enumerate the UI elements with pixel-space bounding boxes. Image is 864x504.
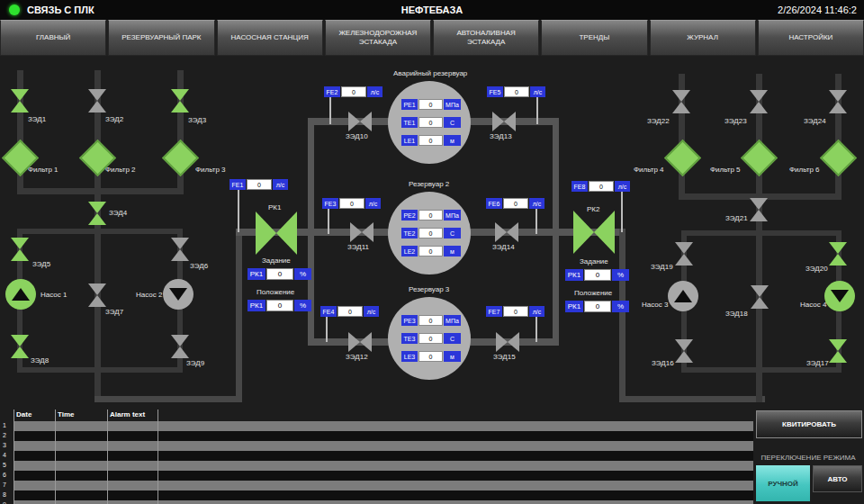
valve-triangle [348,332,360,352]
manual-mode-button[interactable]: РУЧНОЙ [756,465,810,501]
valve-label: ЗЭД17 [806,359,829,367]
valve-zed2[interactable] [88,89,106,112]
valve-label: ЗЭД15 [493,353,516,361]
alarm-row[interactable] [14,461,753,471]
valve-zed13[interactable] [492,112,516,131]
alarm-row[interactable] [14,500,753,504]
tank3-readout-te3-value: 0 [418,333,443,344]
valve-label: ЗЭД24 [804,117,826,125]
tab-5[interactable]: АВТОНАЛИВНАЯ ЭСТАКАДА [433,20,539,56]
filter-diamond-icon [819,139,856,176]
pump-2[interactable] [163,279,194,310]
control-valve-rk2[interactable] [573,211,615,254]
rk2-setpoint-unit: % [612,269,629,281]
alarm-row[interactable] [14,490,753,500]
filter-3[interactable] [163,140,197,175]
valve-zed18[interactable] [751,285,769,309]
control-valve-rk1[interactable] [256,212,297,255]
valve-zed5[interactable] [11,238,29,261]
valve-zed9[interactable] [171,335,189,358]
alarm-column-separator [158,410,158,504]
flow-readout-fe3-tag: FE3 [322,198,338,209]
setpoint-label: Задание [262,256,291,265]
valve-triangle [11,249,29,261]
valve-zed14[interactable] [495,222,518,242]
tank2-readout-le2: LE20м [401,246,461,256]
valve-zed23[interactable] [750,90,768,113]
valve-zed20[interactable] [829,242,847,266]
valve-triangle [360,112,372,131]
valve-triangle [348,112,360,131]
tab-7[interactable]: ЖУРНАЛ [650,20,756,56]
tab-3[interactable]: НАСОСНАЯ СТАНЦИЯ [217,20,323,56]
pump-1[interactable] [5,279,36,310]
page-title: НЕФТЕБАЗА [0,4,864,15]
valve-triangle [508,332,519,352]
valve-zed12[interactable] [348,332,372,352]
valve-zed10[interactable] [348,112,372,131]
tab-4[interactable]: ЖЕЛЕЗНОДОРОЖНАЯ ЭСТАКАДА [325,20,431,56]
tab-2[interactable]: РЕЗЕРВУАРНЫЙ ПАРК [108,20,214,56]
valve-label: ЗЭД4 [109,209,127,217]
rk2-position: РК10% [565,301,629,312]
pump-4[interactable] [824,281,855,311]
tank3-readout-le3-value: 0 [418,351,443,362]
pump-direction-icon [831,290,849,302]
alarm-row[interactable] [14,481,753,490]
filter-diamond-icon [740,139,777,176]
valve-label: ЗЭД20 [806,265,828,273]
valve-zed24[interactable] [829,90,847,113]
tab-6[interactable]: ТРЕНДЫ [541,20,647,56]
setpoint-label: Задание [580,257,608,266]
valve-triangle [88,284,106,295]
alarm-row[interactable] [14,421,753,431]
tab-8[interactable]: НАСТРОЙКИ [758,20,864,56]
pipe [17,367,183,373]
alarm-column-header: Time [58,410,75,418]
valve-triangle [88,101,106,112]
valve-zed1[interactable] [11,89,29,112]
flow-readout-fe3-unit: л/с [365,198,381,209]
valve-zed6[interactable] [171,238,189,261]
filter-4[interactable] [665,140,699,175]
valve-triangle [360,332,372,352]
alarm-row[interactable] [14,431,753,441]
valve-label: ЗЭД12 [346,353,368,361]
tab-1[interactable]: ГЛАВНЫЙ [0,20,106,56]
valve-zed21[interactable] [750,198,768,221]
valve-triangle [171,335,189,346]
acknowledge-button[interactable]: КВИТИРОВАТЬ [756,410,862,438]
flow-readout-fe5-unit: л/с [530,86,545,97]
rk2-setpoint-value[interactable]: 0 [584,269,611,281]
flow-readout-fe3: FE30л/с [322,198,381,209]
pump-3[interactable] [668,281,698,311]
alarm-column-header: Alarm text [110,410,145,418]
tank2-readout-le2-tag: LE2 [401,246,418,256]
pipe [94,396,242,402]
mode-switch-label: ПЕРЕКЛЮЧЕНИЕ РЕЖИМА [754,454,862,462]
filter-5[interactable] [742,140,776,175]
filter-6[interactable] [821,140,855,175]
flow-readout-fe4: FE40л/с [320,306,379,317]
tank3-readout-le3-unit: м [444,351,461,362]
alarm-row[interactable] [14,441,753,451]
valve-zed19[interactable] [675,242,693,266]
valve-zed3[interactable] [171,89,189,112]
valve-zed22[interactable] [672,90,690,113]
valve-triangle [171,101,189,112]
valve-zed17[interactable] [829,339,847,363]
rk1-setpoint-value[interactable]: 0 [266,268,293,280]
valve-zed11[interactable] [350,222,374,242]
valve-zed16[interactable] [675,339,693,363]
alarm-row[interactable] [14,451,753,461]
valve-zed8[interactable] [11,335,29,358]
auto-mode-button[interactable]: АВТО [813,465,862,492]
valve-zed15[interactable] [496,332,519,352]
alarm-row[interactable] [14,471,753,481]
pipe [94,234,101,400]
tank2-readout-pe2: PE20МПа [401,210,461,220]
valve-zed4[interactable] [88,202,106,225]
valve-triangle [573,211,594,254]
valve-zed7[interactable] [88,284,106,307]
pump-label: Насос 4 [800,301,826,309]
